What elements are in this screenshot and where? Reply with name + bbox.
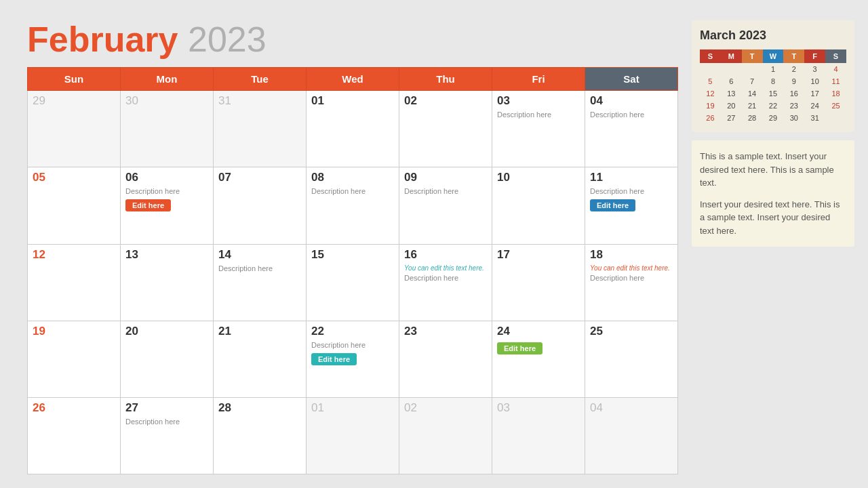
cal-cell: 11Description hereEdit here xyxy=(585,167,678,244)
mini-cell: 5 xyxy=(700,75,721,87)
cal-cell: 31 xyxy=(214,91,307,167)
edit-button[interactable]: Edit here xyxy=(125,199,171,211)
mini-cell xyxy=(825,112,846,124)
mini-calendar-body: 1234567891011121314151617181920212223242… xyxy=(700,63,846,124)
cal-cell: 23 xyxy=(399,321,492,397)
cal-week-row: 121314Description here1516You can edit t… xyxy=(28,244,678,321)
cal-cell: 22Description hereEdit here xyxy=(307,321,399,397)
mini-cell: 31 xyxy=(804,112,825,124)
day-number: 24 xyxy=(497,325,580,338)
mini-cell: 15 xyxy=(763,87,784,100)
mini-week-row: 12131415161718 xyxy=(700,87,846,100)
mini-cell: 4 xyxy=(825,63,846,75)
cal-cell: 17 xyxy=(492,244,585,321)
cal-cell: 01 xyxy=(307,397,399,474)
mini-h-s2: S xyxy=(825,49,846,63)
cal-cell: 01 xyxy=(307,91,399,167)
title-year: 2023 xyxy=(188,20,267,59)
day-number: 28 xyxy=(218,401,301,415)
cal-week-row: 19202122Description hereEdit here2324Edi… xyxy=(28,321,678,397)
cell-desc: Description here xyxy=(404,187,487,195)
calendar-body: 293031010203Description here04Descriptio… xyxy=(28,91,678,474)
cal-cell: 16You can edit this text here.Descriptio… xyxy=(399,244,492,321)
mini-week-row: 1234 xyxy=(700,63,846,75)
mini-h-s1: S xyxy=(700,49,721,63)
mini-cell xyxy=(700,63,721,75)
cal-cell: 18You can edit this text here.Descriptio… xyxy=(585,244,678,321)
mini-cell: 16 xyxy=(783,87,804,100)
header-tue: Tue xyxy=(214,68,307,91)
day-number: 17 xyxy=(497,248,580,262)
day-number: 02 xyxy=(404,401,487,415)
mini-cell: 24 xyxy=(804,100,825,112)
cell-desc: Description here xyxy=(311,341,394,349)
cal-cell: 05 xyxy=(28,167,121,244)
edit-button[interactable]: Edit here xyxy=(590,199,635,211)
mini-cal-title: March 2023 xyxy=(700,28,846,43)
cal-cell: 04Description here xyxy=(585,91,678,167)
cal-cell: 15 xyxy=(307,244,399,321)
day-number: 15 xyxy=(311,248,394,262)
day-number: 23 xyxy=(404,325,487,338)
mini-cell: 26 xyxy=(700,112,721,124)
mini-cell: 12 xyxy=(700,87,721,100)
day-number: 29 xyxy=(33,94,115,108)
mini-calendar-box: March 2023 S M T W T F S 123456789101112… xyxy=(692,20,854,132)
main-calendar: February 2023 Sun Mon Tue Wed Thu Fri Sa… xyxy=(27,20,678,474)
title-month: February xyxy=(27,20,178,59)
day-number: 31 xyxy=(218,94,301,108)
cal-cell: 04 xyxy=(585,397,678,474)
cal-cell: 06Description hereEdit here xyxy=(121,167,214,244)
cal-week-row: 2627Description here2801020304 xyxy=(28,397,678,474)
cal-cell: 21 xyxy=(214,321,307,397)
mini-cell: 28 xyxy=(742,112,763,124)
edit-button[interactable]: Edit here xyxy=(497,342,542,354)
mini-h-f: F xyxy=(804,49,825,63)
cell-desc: Description here xyxy=(590,274,673,282)
calendar-header-row: Sun Mon Tue Wed Thu Fri Sat xyxy=(28,68,678,91)
cal-cell: 26 xyxy=(28,397,121,474)
sidebar: March 2023 S M T W T F S 123456789101112… xyxy=(692,20,854,474)
day-number: 12 xyxy=(33,248,115,262)
mini-week-row: 262728293031 xyxy=(700,112,846,124)
day-number: 18 xyxy=(590,248,673,262)
calendar-table: Sun Mon Tue Wed Thu Fri Sat 293031010203… xyxy=(27,67,678,474)
day-number: 03 xyxy=(497,401,580,415)
cal-cell: 03 xyxy=(492,397,585,474)
cal-cell: 02 xyxy=(399,91,492,167)
mini-cell: 21 xyxy=(742,100,763,112)
mini-cell: 29 xyxy=(763,112,784,124)
day-number: 11 xyxy=(590,171,673,184)
cal-cell: 13 xyxy=(121,244,214,321)
cal-cell: 08Description here xyxy=(307,167,399,244)
mini-h-t2: T xyxy=(783,49,804,63)
cal-cell: 12 xyxy=(28,244,121,321)
cell-note: You can edit this text here. xyxy=(590,264,673,272)
mini-cell: 30 xyxy=(783,112,804,124)
cal-cell: 20 xyxy=(121,321,214,397)
mini-cell: 11 xyxy=(825,75,846,87)
mini-cell: 2 xyxy=(783,63,804,75)
cell-desc: Description here xyxy=(590,110,673,119)
day-number: 03 xyxy=(497,94,580,108)
mini-h-m: M xyxy=(721,49,742,63)
day-number: 05 xyxy=(33,171,115,184)
day-number: 14 xyxy=(218,248,301,262)
edit-button[interactable]: Edit here xyxy=(311,353,357,365)
cal-week-row: 0506Description hereEdit here0708Descrip… xyxy=(28,167,678,244)
mini-cell: 9 xyxy=(783,75,804,87)
cell-desc: Description here xyxy=(311,187,394,195)
mini-cell: 6 xyxy=(721,75,742,87)
cal-cell: 14Description here xyxy=(214,244,307,321)
mini-cell: 7 xyxy=(742,75,763,87)
cal-week-row: 293031010203Description here04Descriptio… xyxy=(28,91,678,167)
mini-cell: 20 xyxy=(721,100,742,112)
day-number: 20 xyxy=(125,325,208,338)
cal-cell: 02 xyxy=(399,397,492,474)
cell-desc: Description here xyxy=(497,110,580,119)
cell-note: You can edit this text here. xyxy=(404,264,487,272)
mini-h-t1: T xyxy=(742,49,763,63)
sidebar-text-area: This is a sample text. Insert your desir… xyxy=(692,140,854,247)
cell-desc: Description here xyxy=(125,418,208,426)
header-mon: Mon xyxy=(121,68,214,91)
